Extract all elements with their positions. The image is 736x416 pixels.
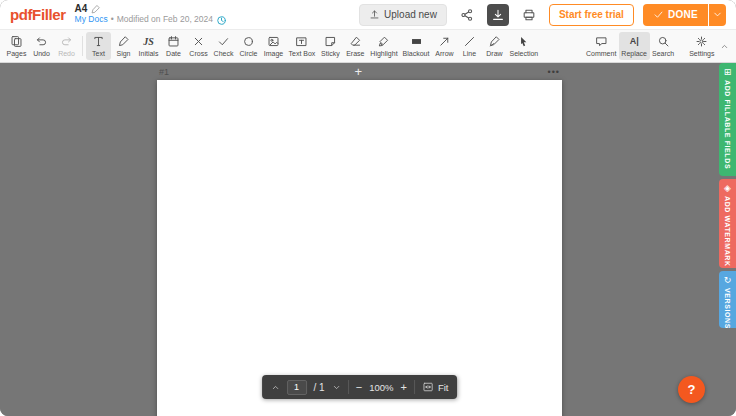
tool-line[interactable]: Line	[457, 32, 482, 60]
toolbar-divider	[82, 36, 83, 56]
text-icon	[92, 35, 105, 48]
tool-erase[interactable]: Erase	[343, 32, 368, 60]
print-button[interactable]	[518, 4, 540, 26]
tool-label: Search	[652, 50, 674, 57]
page-total-label: / 1	[314, 382, 325, 393]
tool-sticky[interactable]: Sticky	[318, 32, 343, 60]
upload-icon	[369, 9, 380, 20]
tool-label: Check	[214, 50, 234, 57]
tool-text-box[interactable]: Text Box	[286, 32, 318, 60]
tool-draw[interactable]: Draw	[482, 32, 507, 60]
done-button[interactable]: DONE	[643, 4, 708, 26]
tool-label: Image	[264, 50, 283, 57]
done-button-group: DONE	[643, 4, 726, 26]
document-page[interactable]	[157, 80, 562, 416]
initials-icon: JS	[142, 35, 155, 48]
history-clock-icon[interactable]	[216, 15, 227, 26]
textbox-icon	[295, 35, 308, 48]
side-tabs: ⊞ADD FILLABLE FIELDS◈ADD WATERMARK↻VERSI…	[719, 63, 736, 328]
pdffiller-app: pdfFiller A4 My Docs • Modified on Feb 2…	[0, 0, 736, 416]
tool-pages[interactable]: Pages	[4, 32, 29, 60]
next-page-button[interactable]	[332, 383, 341, 392]
side-tab-versions[interactable]: ↻VERSIONS	[719, 271, 736, 328]
upload-new-button[interactable]: Upload new	[359, 4, 447, 26]
tool-date[interactable]: Date	[161, 32, 186, 60]
tool-label: Text Box	[289, 50, 316, 57]
image-icon	[267, 35, 280, 48]
tool-check[interactable]: Check	[211, 32, 236, 60]
download-icon	[491, 8, 505, 22]
document-title: A4	[75, 3, 88, 15]
top-header: pdfFiller A4 My Docs • Modified on Feb 2…	[0, 0, 736, 30]
pdffiller-logo[interactable]: pdfFiller	[10, 6, 66, 23]
share-icon	[460, 8, 474, 22]
page-menu-button[interactable]: •••	[548, 67, 560, 77]
line-icon	[463, 35, 476, 48]
zoom-out-button[interactable]: −	[356, 382, 362, 393]
page-number-label: #1	[159, 67, 169, 77]
done-dropdown-button[interactable]	[709, 4, 726, 26]
workspace: #1 + ••• / 1 − 100% +	[0, 63, 736, 416]
tool-replace[interactable]: A|Replace	[619, 32, 650, 60]
search-icon	[657, 35, 670, 48]
side-tab-add-fillable-fields[interactable]: ⊞ADD FILLABLE FIELDS	[719, 63, 736, 176]
tool-label: Draw	[486, 50, 502, 57]
settings-icon	[695, 35, 708, 48]
modified-text: Modified on Feb 20, 2024	[117, 15, 213, 25]
tool-label: Circle	[240, 50, 258, 57]
comment-icon	[595, 35, 608, 48]
tool-search[interactable]: Search	[650, 32, 677, 60]
page-number-input[interactable]	[287, 380, 307, 395]
my-docs-link[interactable]: My Docs	[75, 15, 108, 25]
blackout-icon	[410, 35, 423, 48]
check-icon	[653, 9, 664, 20]
toolbar-left-group: PagesUndoRedoTextSignJSInitialsDateCross…	[4, 30, 541, 62]
zoom-level-value[interactable]: 100%	[369, 382, 393, 393]
tool-label: Undo	[33, 50, 50, 57]
tool-label: Blackout	[403, 50, 430, 57]
tool-label: Replace	[621, 50, 647, 57]
tool-sign[interactable]: Sign	[111, 32, 136, 60]
tool-selection[interactable]: Selection	[507, 32, 541, 60]
tool-label: Comment	[586, 50, 616, 57]
fit-to-page-button[interactable]: Fit	[422, 381, 449, 393]
start-free-trial-button[interactable]: Start free trial	[549, 4, 634, 26]
tool-comment[interactable]: Comment	[583, 32, 618, 60]
document-canvas: #1 + ••• / 1 − 100% +	[0, 63, 719, 416]
add-page-button[interactable]: +	[354, 65, 362, 78]
download-button[interactable]	[487, 4, 509, 26]
tool-cross[interactable]: Cross	[186, 32, 211, 60]
replace-icon: A|	[628, 35, 641, 48]
help-button[interactable]: ?	[678, 376, 705, 403]
bar-divider	[414, 380, 415, 394]
collapse-toolbar-button[interactable]	[717, 30, 732, 62]
tool-settings[interactable]: Settings	[687, 32, 717, 60]
page-controls: #1 + •••	[157, 63, 562, 80]
redo-icon	[60, 35, 73, 48]
tool-initials[interactable]: JSInitials	[136, 32, 161, 60]
tool-arrow[interactable]: Arrow	[432, 32, 457, 60]
versions-icon: ↻	[724, 276, 732, 285]
page-wrap: #1 + •••	[157, 63, 562, 416]
tool-highlight[interactable]: Highlight	[368, 32, 400, 60]
tool-label: Cross	[189, 50, 207, 57]
document-info: A4 My Docs • Modified on Feb 20, 2024	[75, 3, 227, 26]
tool-label: Text	[92, 50, 105, 57]
tool-image[interactable]: Image	[261, 32, 286, 60]
tool-text[interactable]: Text	[86, 32, 111, 60]
tool-label: Sign	[116, 50, 130, 57]
draw-icon	[488, 35, 501, 48]
caret-down-icon	[712, 9, 723, 20]
tool-circle[interactable]: Circle	[236, 32, 261, 60]
share-button[interactable]	[456, 4, 478, 26]
previous-page-button[interactable]	[271, 383, 280, 392]
circle-icon	[242, 35, 255, 48]
edit-title-icon[interactable]	[90, 4, 101, 15]
tool-blackout[interactable]: Blackout	[400, 32, 432, 60]
side-tab-add-watermark[interactable]: ◈ADD WATERMARK	[719, 179, 736, 268]
tool-undo[interactable]: Undo	[29, 32, 54, 60]
zoom-in-button[interactable]: +	[400, 382, 406, 393]
check-icon	[217, 35, 230, 48]
toolbar-right-group: CommentA|ReplaceSearchSettings	[583, 30, 732, 62]
highlight-icon	[377, 35, 390, 48]
